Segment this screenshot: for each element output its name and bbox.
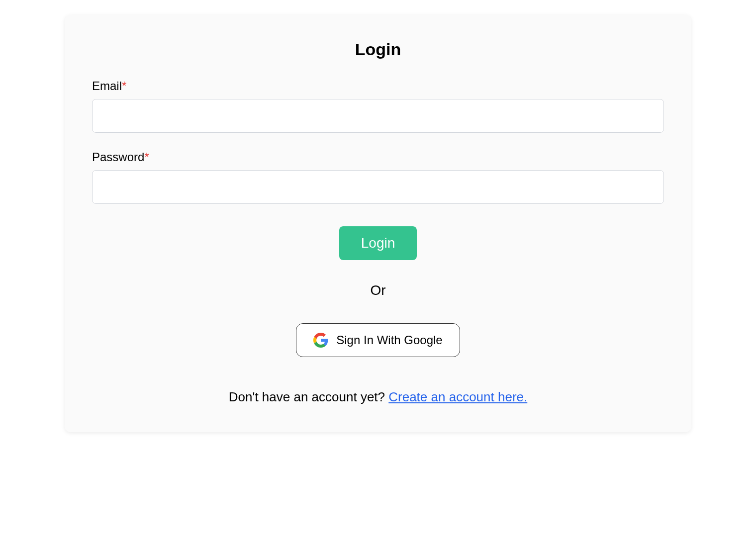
signup-prompt: Don't have an account yet? <box>229 389 389 404</box>
page-title: Login <box>92 40 664 59</box>
email-label-text: Email <box>92 79 122 93</box>
actions-area: Login Or Sign In With Google Don't have … <box>92 221 664 405</box>
required-mark: * <box>122 79 126 93</box>
password-label-text: Password <box>92 150 144 164</box>
create-account-link[interactable]: Create an account here. <box>388 389 527 404</box>
login-card: Login Email* Password* Login Or <box>65 15 691 432</box>
email-label: Email* <box>92 79 664 93</box>
required-mark: * <box>144 150 149 164</box>
divider-label: Or <box>92 282 664 298</box>
email-input[interactable] <box>92 99 664 133</box>
google-icon <box>313 333 328 348</box>
google-button-label: Sign In With Google <box>336 333 442 347</box>
google-signin-button[interactable]: Sign In With Google <box>296 323 460 357</box>
password-label: Password* <box>92 150 664 164</box>
password-input[interactable] <box>92 170 664 204</box>
email-field-group: Email* <box>92 79 664 133</box>
password-field-group: Password* <box>92 150 664 204</box>
login-button[interactable]: Login <box>339 226 417 260</box>
signup-row: Don't have an account yet? Create an acc… <box>92 389 664 405</box>
